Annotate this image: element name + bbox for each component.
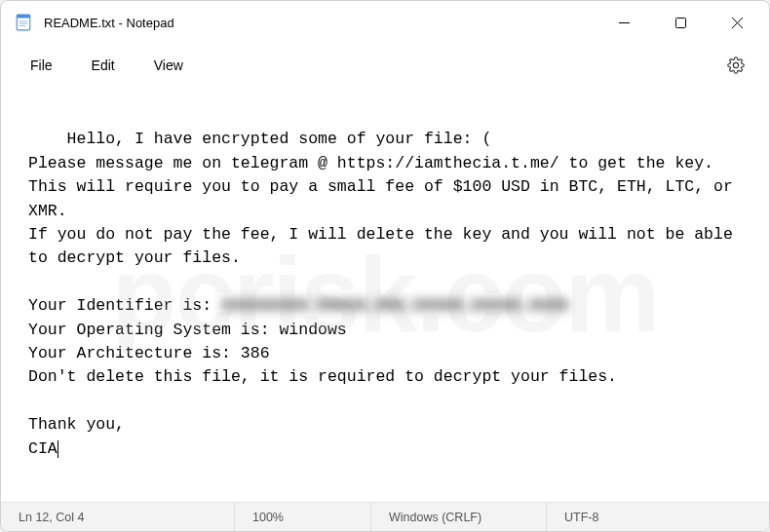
menu-view[interactable]: View <box>135 50 203 81</box>
status-line-ending: Windows (CRLF) <box>371 503 547 531</box>
close-button[interactable] <box>709 1 765 44</box>
status-zoom[interactable]: 100% <box>235 503 371 531</box>
settings-button[interactable] <box>718 48 753 83</box>
window-controls <box>596 1 765 44</box>
window-title: README.txt - Notepad <box>44 16 174 30</box>
svg-rect-6 <box>675 18 685 27</box>
menu-file[interactable]: File <box>11 50 72 81</box>
identifier-value-redacted: XXXXXXXXX.XXXXX.XXX.XXXXX.XXXXX.XXXX <box>221 296 568 315</box>
text-caret <box>58 440 58 458</box>
statusbar: Ln 12, Col 4 100% Windows (CRLF) UTF-8 <box>1 502 769 531</box>
notepad-app-icon <box>15 14 32 31</box>
text-line: This will require you to pay a small fee… <box>28 177 743 219</box>
maximize-button[interactable] <box>652 1 709 44</box>
notepad-window: README.txt - Notepad File Edit View pcr <box>0 0 770 532</box>
status-encoding: UTF-8 <box>547 503 769 531</box>
text-line: Please message me on telegram @ https://… <box>28 154 713 172</box>
minimize-button[interactable] <box>596 1 652 44</box>
text-editor-area[interactable]: pcrisk.comHello, I have encrypted some o… <box>1 87 769 502</box>
menu-edit[interactable]: Edit <box>72 50 135 81</box>
status-cursor-position: Ln 12, Col 4 <box>1 503 235 531</box>
menubar: File Edit View <box>1 44 769 87</box>
text-line: Your Operating System is: windows <box>28 321 347 339</box>
text-line: Thank you, <box>28 415 125 434</box>
gear-icon <box>727 57 745 74</box>
text-line: Your Architecture is: 386 <box>28 344 270 362</box>
text-line: If you do not pay the fee, I will delete… <box>28 225 743 267</box>
text-line: CIA <box>28 439 58 458</box>
text-line: Don't delete this file, it is required t… <box>28 367 617 386</box>
titlebar: README.txt - Notepad <box>1 1 769 44</box>
text-line: Hello, I have encrypted some of your fil… <box>67 130 492 148</box>
svg-rect-1 <box>17 15 30 18</box>
identifier-label: Your Identifier is: <box>28 296 221 315</box>
